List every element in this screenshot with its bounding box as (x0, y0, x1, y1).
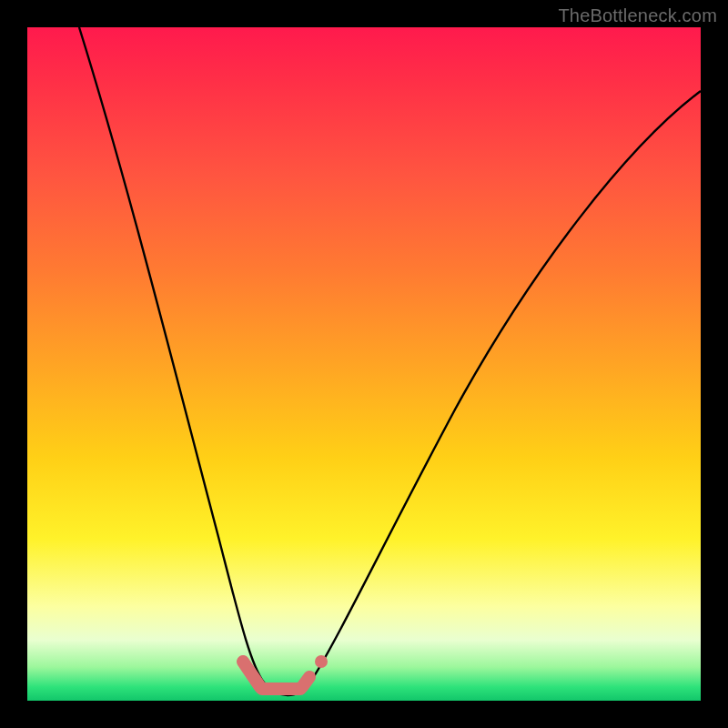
bottom-marker-dot (315, 655, 328, 668)
chart-svg (27, 27, 701, 701)
watermark-text: TheBottleneck.com (558, 5, 717, 26)
bottom-marker-right (302, 677, 309, 687)
chart-frame: TheBottleneck.com (0, 0, 728, 728)
bottom-marker-group (243, 662, 309, 689)
bottom-marker-left (243, 662, 260, 687)
bottleneck-curve (79, 27, 701, 695)
